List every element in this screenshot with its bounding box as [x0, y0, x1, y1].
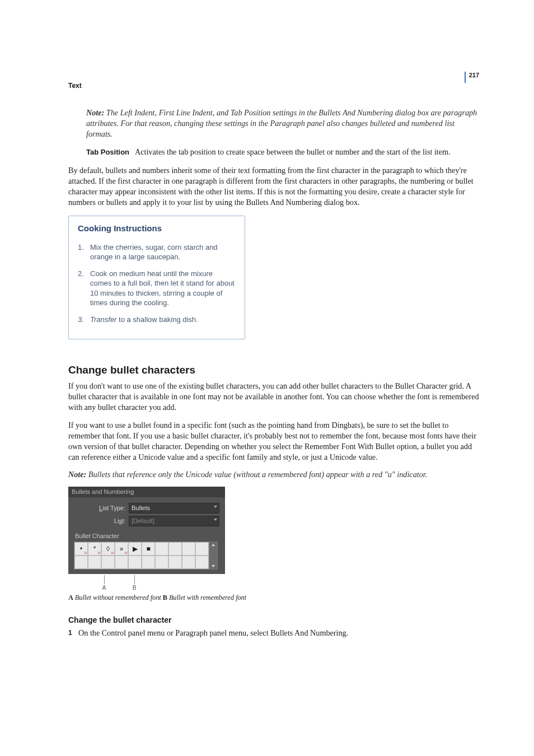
figure1-item-2: 2. Cook on medium heat until the mixure … [78, 269, 236, 308]
page-number: 217 [469, 72, 479, 78]
figure1-item-number: 2. [78, 269, 90, 308]
bullet-glyph-cell[interactable]: ◊u [101, 542, 115, 556]
note-text: Bullets that reference only the Unicode … [88, 470, 427, 479]
bullet-glyph-cell[interactable] [168, 542, 182, 556]
select-list[interactable]: [Default] [129, 516, 219, 526]
label-bullet-character: Bullet Character [75, 532, 219, 540]
bullet-glyph-cell[interactable] [88, 556, 101, 569]
label-list: List: [74, 517, 129, 525]
select-list-type-value: Bullets [132, 504, 150, 512]
scroll-down-icon [212, 565, 215, 567]
term-description: Activates the tab position to create spa… [135, 147, 451, 156]
paragraph-bullet-grid: If you don't want to use one of the exis… [68, 381, 479, 413]
figure1-item-1: 1. Mix the cherries, sugar, corn starch … [78, 242, 236, 262]
figure1-item-text: Mix the cherries, sugar, corn starch and… [90, 242, 236, 262]
note-indent-settings: Note: The Left Indent, First Line Indent… [86, 108, 479, 140]
bullet-glyph-cell[interactable] [155, 542, 168, 556]
bullet-glyph-cell[interactable]: ■ [142, 542, 155, 556]
select-list-value: [Default] [132, 517, 154, 525]
caption-letter-a: A [68, 594, 73, 601]
bullet-glyph-cell[interactable] [115, 556, 128, 569]
caption-letter-b: B [163, 594, 167, 601]
figure1-title: Cooking Instructions [78, 223, 236, 234]
note-label: Note: [86, 108, 104, 117]
figure2-caption: A Bullet without remembered font B Bulle… [68, 593, 479, 602]
chevron-down-icon [214, 506, 217, 508]
note-text: The Left Indent, First Line Indent, and … [86, 108, 477, 138]
chevron-down-icon [214, 519, 217, 521]
bullet-glyph-cell[interactable] [155, 556, 168, 569]
figure1-item-text: Transfer to a shallow baking dish. [90, 315, 236, 325]
figure-cooking-instructions: Cooking Instructions 1. Mix the cherries… [68, 216, 245, 339]
bullet-glyph-cell[interactable] [128, 556, 142, 569]
subheading-change-bullet-character: Change the bullet character [68, 615, 479, 626]
label-list-type: List Type: [74, 504, 129, 512]
row-list: List: [Default] [74, 516, 219, 526]
figure1-item-number: 3. [78, 315, 90, 325]
note-label: Note: [68, 470, 86, 479]
figure2-callouts: A B [68, 575, 225, 591]
panel-title: Bullets and Numbering [68, 487, 225, 497]
figure1-item-text: Cook on medium heat until the mixure com… [90, 269, 236, 308]
row-list-type: List Type: Bullets [74, 503, 219, 514]
bullet-glyph-cell[interactable] [195, 542, 209, 556]
bullet-glyph-cell[interactable] [101, 556, 115, 569]
bullet-glyph-cell[interactable] [182, 556, 195, 569]
section-label: Text [68, 81, 82, 90]
tab-position-definition: Tab Position Activates the tab position … [86, 147, 479, 157]
paragraph-inherit-formatting: By default, bullets and numbers inherit … [68, 165, 479, 208]
step-text: On the Control panel menu or Paragraph p… [78, 628, 479, 638]
scroll-up-icon [212, 544, 215, 546]
bullet-glyph-cell[interactable]: »u [115, 542, 128, 556]
bullet-glyph-cell[interactable] [142, 556, 155, 569]
heading-change-bullet-characters: Change bullet characters [68, 363, 479, 377]
paragraph-remember-font: If you want to use a bullet found in a s… [68, 420, 479, 463]
term-tab-position: Tab Position [86, 148, 129, 156]
bullet-glyph-cell[interactable] [182, 542, 195, 556]
page-number-wrap: 217 [465, 72, 479, 83]
callout-b: B [133, 584, 137, 592]
bullet-glyph-cell[interactable]: •u [74, 542, 88, 556]
bullet-glyph-cell[interactable] [74, 556, 88, 569]
step-number: 1 [68, 628, 78, 638]
bullet-glyph-cell[interactable] [195, 556, 209, 569]
figure1-item-3: 3. Transfer to a shallow baking dish. [78, 315, 236, 325]
bullet-glyph-cell[interactable] [168, 556, 182, 569]
select-list-type[interactable]: Bullets [129, 503, 219, 514]
bullet-character-grid-wrap: •u *u ◊u »u ▶ ■ [74, 542, 219, 570]
bullet-glyph-cell[interactable]: ▶ [128, 542, 142, 556]
bullet-glyph-cell[interactable]: *u [88, 542, 101, 556]
figure1-item-number: 1. [78, 242, 90, 262]
figure-bullets-numbering-panel: Bullets and Numbering List Type: Bullets… [68, 487, 225, 591]
step-1: 1 On the Control panel menu or Paragraph… [68, 628, 479, 638]
callout-a: A [102, 584, 106, 592]
bullet-character-grid: •u *u ◊u »u ▶ ■ [74, 542, 209, 570]
note-red-u-indicator: Note: Bullets that reference only the Un… [68, 469, 479, 480]
panel-body: List Type: Bullets List: [Default] Bulle… [68, 497, 225, 574]
bullet-grid-scrollbar[interactable] [209, 542, 218, 570]
